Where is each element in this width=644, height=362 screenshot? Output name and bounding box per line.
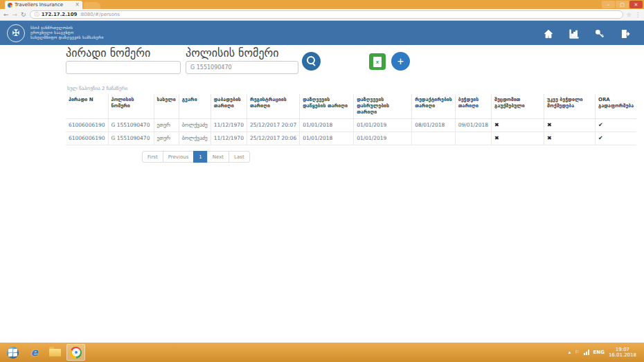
table-cell: 25/12/2017 20:07 — [247, 119, 299, 132]
taskbar-ie-button[interactable]: e — [25, 344, 44, 361]
table-cell: 61006006190 — [66, 119, 108, 132]
table-header-cell: დაზღვევის დაწყების თარიღი — [300, 94, 354, 119]
excel-icon: x — [373, 57, 382, 67]
table-cell: 01/01/2018 — [300, 119, 354, 132]
language-indicator[interactable]: ENG — [593, 350, 605, 355]
clock-date: 16.01.2018 — [609, 352, 636, 358]
results-summary: სულ ნაპოვნია 2 ჩანაწერი — [67, 86, 127, 91]
pagination-item-1[interactable]: 1 — [193, 151, 207, 163]
pagination-item-first[interactable]: First — [142, 151, 163, 163]
home-icon[interactable] — [544, 28, 553, 38]
org-name-line1: სსიპ ჯანმრთელობის — [30, 26, 104, 30]
internet-explorer-icon: e — [30, 346, 37, 359]
table-row[interactable]: 61006006190G 1551090470ეთერბოლქვაძე11/12… — [66, 132, 636, 145]
chart-icon[interactable] — [569, 28, 579, 38]
table-cell: 09/01/2018 — [455, 119, 491, 132]
table-cell: 01/01/2019 — [354, 132, 412, 145]
start-button[interactable] — [2, 344, 23, 361]
table-cell: 11/12/1970 — [211, 119, 247, 132]
table-header-cell: სახელი — [154, 94, 179, 119]
system-tray: ▴ ⚐ ENG 19:07 16.01.2018 — [569, 347, 642, 358]
key-icon[interactable] — [595, 28, 605, 38]
table-cell: ✖ — [544, 119, 596, 132]
table-header-cell: რედაქტირების თარიღი — [412, 94, 456, 119]
favicon-icon — [8, 3, 12, 8]
chrome-icon — [70, 347, 82, 359]
plus-icon: + — [397, 56, 404, 67]
pagination-item-last[interactable]: Last — [229, 151, 250, 163]
action-center-icon[interactable]: ⚐ — [575, 350, 579, 355]
tab-close-icon[interactable]: × — [75, 2, 80, 8]
table-cell: G 1551090470 — [108, 132, 154, 145]
search-button[interactable] — [302, 52, 321, 71]
windows-logo-icon — [7, 347, 19, 359]
table-cell: 08/01/2018 — [412, 119, 456, 132]
table-cell: 01/01/2019 — [354, 119, 412, 132]
clock-time: 19:07 — [609, 347, 636, 352]
bookmark-star-icon[interactable]: ☆ — [627, 12, 632, 18]
table-cell: ეთერ — [154, 132, 179, 145]
app-header: ✠ სსიპ ჯანმრთელობის ეროვნული სააგენტო სა… — [0, 21, 644, 45]
table-cell: ✖ — [492, 132, 544, 145]
personal-number-input[interactable] — [66, 61, 181, 74]
table-cell: ✔ — [596, 119, 637, 132]
taskbar-chrome-button[interactable] — [66, 344, 85, 361]
info-icon[interactable]: ⓘ — [35, 11, 39, 18]
header-actions — [544, 28, 630, 38]
browser-menu-icon[interactable]: ⋮ — [635, 12, 641, 18]
window-controls: – ▢ ✕ — [602, 1, 643, 8]
table-cell: ✖ — [544, 132, 596, 145]
org-name: სსიპ ჯანმრთელობის ეროვნული სააგენტო სახე… — [30, 26, 104, 40]
org-emblem-icon: ✠ — [12, 28, 20, 38]
table-header-cell: გვარი — [179, 94, 211, 119]
policy-number-label: პოლისის ნომერი — [186, 46, 279, 60]
network-icon[interactable] — [584, 350, 589, 355]
policy-number-input[interactable] — [186, 61, 298, 74]
folder-icon — [49, 349, 61, 356]
org-name-line2: ეროვნული სააგენტო — [30, 30, 104, 35]
forward-icon[interactable]: → — [12, 11, 18, 18]
url-host: 172.17.2.109 — [42, 12, 78, 17]
table-cell — [412, 132, 456, 145]
add-record-button[interactable]: + — [391, 52, 410, 71]
table-header-cell: დაბადების თარიღი — [211, 94, 247, 119]
browser-tab[interactable]: Travellers Insurance × — [5, 1, 82, 9]
tray-expand-icon[interactable]: ▴ — [569, 350, 571, 355]
table-header-cell: ORA გადაფორმება — [596, 94, 637, 119]
new-tab-button[interactable] — [84, 2, 100, 9]
taskbar-explorer-button[interactable] — [46, 344, 64, 361]
logout-icon[interactable] — [620, 28, 630, 38]
table-header-cell: დაზღვევის დასრულების თარიღი — [354, 94, 412, 119]
table-cell: 25/12/2017 20:06 — [247, 132, 299, 145]
window-close-button[interactable]: ✕ — [629, 1, 643, 8]
org-logo: ✠ — [7, 24, 25, 42]
export-excel-button[interactable]: x — [369, 53, 386, 70]
table-header-cell: რეგისტრაციის თარიღი — [247, 94, 299, 119]
table-row[interactable]: 61006006190G 1551090470ეთერბოლქვაძე11/12… — [66, 119, 636, 132]
refresh-icon[interactable]: ↻ — [21, 11, 26, 18]
table-cell: ✖ — [492, 119, 544, 132]
address-bar[interactable]: ⓘ 172.17.2.109 :8080/#/persons — [30, 10, 623, 19]
table-header-cell: უკვე ბეჭდილი მოქმედება — [544, 94, 596, 119]
table-header-row: პირადი Nპოლისის ნომერისახელიგვარიდაბადებ… — [66, 94, 636, 119]
tab-title: Travellers Insurance — [15, 2, 73, 8]
pagination-item-previous[interactable]: Previous — [163, 151, 195, 163]
taskbar-clock[interactable]: 19:07 16.01.2018 — [609, 347, 638, 358]
table-cell: 01/01/2018 — [300, 132, 354, 145]
url-path: :8080/#/persons — [79, 12, 119, 17]
table-header-cell: პოლისის ნომერი — [108, 94, 154, 119]
table-cell: ✔ — [596, 132, 637, 145]
table-cell: ეთერ — [154, 119, 179, 132]
back-icon[interactable]: ← — [3, 11, 9, 18]
table-header-cell: შეცდომით გაუქმებული — [492, 94, 544, 119]
pagination-item-next[interactable]: Next — [207, 151, 229, 163]
window-maximize-button[interactable]: ▢ — [616, 1, 629, 8]
personal-number-label: პირადი ნომერი — [66, 46, 150, 60]
window-minimize-button[interactable]: – — [602, 1, 615, 8]
browser-toolbar: ← → ↻ ⓘ 172.17.2.109 :8080/#/persons ☆ ⋮ — [0, 9, 644, 21]
org-name-line3: სახელმწიფო დაზღვევის სამსახური — [30, 35, 104, 40]
pagination: FirstPrevious1NextLast — [142, 151, 250, 163]
results-table: პირადი Nპოლისის ნომერისახელიგვარიდაბადებ… — [66, 94, 636, 145]
taskbar: e ▴ ⚐ ENG 19:07 16.01.2018 — [0, 343, 644, 362]
table-header-cell: პირადი N — [66, 94, 108, 119]
